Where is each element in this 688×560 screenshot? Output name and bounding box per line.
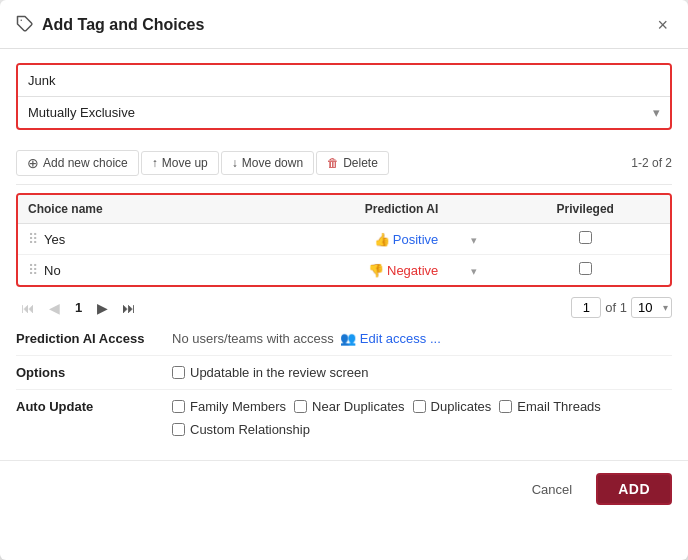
prediction-access-label: Prediction AI Access xyxy=(16,331,156,346)
near-duplicates-checkbox[interactable] xyxy=(294,400,307,413)
family-members-label: Family Members xyxy=(190,399,286,414)
add-circle-icon: ⊕ xyxy=(27,155,39,171)
close-button[interactable]: × xyxy=(653,14,672,36)
duplicates-label: Duplicates xyxy=(431,399,492,414)
chevron-down-icon: ▾ xyxy=(471,234,477,246)
near-duplicates-item[interactable]: Near Duplicates xyxy=(294,399,405,414)
table-header-row: Choice name Prediction AI Privileged xyxy=(18,195,670,224)
custom-relationship-item[interactable]: Custom Relationship xyxy=(172,422,310,437)
near-duplicates-label: Near Duplicates xyxy=(312,399,405,414)
col-header-dropdown xyxy=(448,195,500,224)
col-header-privileged: Privileged xyxy=(500,195,670,224)
next-page-button[interactable]: ▶ xyxy=(92,298,113,318)
updatable-label: Updatable in the review screen xyxy=(190,365,369,380)
auto-update-items: Family Members Near Duplicates Duplicate… xyxy=(172,399,672,437)
choice-name-no: No xyxy=(44,263,61,278)
tag-type-select[interactable]: Mutually Exclusive Non-Exclusive Hierarc… xyxy=(18,97,670,128)
choices-table: Choice name Prediction AI Privileged ⠿ Y… xyxy=(18,195,670,285)
people-icon: 👥 xyxy=(340,331,356,346)
prediction-dropdown-no[interactable]: ▾ xyxy=(448,255,500,286)
dialog-header: Add Tag and Choices × xyxy=(0,0,688,49)
thumb-down-icon: 👎 xyxy=(368,263,384,278)
options-label: Options xyxy=(16,365,156,380)
first-page-button[interactable]: ⏮ xyxy=(16,298,40,318)
dialog-title: Add Tag and Choices xyxy=(42,16,653,34)
prediction-dropdown-yes[interactable]: ▾ xyxy=(448,224,500,255)
page-count: 1-2 of 2 xyxy=(631,156,672,170)
page-info: of 1 10 25 50 ▾ xyxy=(571,297,672,318)
add-new-choice-button[interactable]: ⊕ Add new choice xyxy=(16,150,139,176)
prev-page-button[interactable]: ◀ xyxy=(44,298,65,318)
move-down-icon: ↓ xyxy=(232,156,238,170)
email-threads-label: Email Threads xyxy=(517,399,601,414)
of-label: of 1 xyxy=(605,300,627,315)
email-threads-checkbox[interactable] xyxy=(499,400,512,413)
prediction-access-row: Prediction AI Access No users/teams with… xyxy=(16,322,672,356)
duplicates-checkbox[interactable] xyxy=(413,400,426,413)
prediction-cell-yes: 👍 Positive xyxy=(305,224,448,255)
privileged-cell-yes xyxy=(500,224,670,255)
table-row: ⠿ Yes 👍 Positive ▾ xyxy=(18,224,670,255)
choices-table-wrapper: Choice name Prediction AI Privileged ⠿ Y… xyxy=(16,193,672,287)
delete-icon: 🗑 xyxy=(327,156,339,170)
thumb-up-icon: 👍 xyxy=(374,232,390,247)
add-tag-dialog: Add Tag and Choices × Mutually Exclusive… xyxy=(0,0,688,560)
drag-handle-icon[interactable]: ⠿ xyxy=(28,231,38,247)
dialog-footer: Cancel ADD xyxy=(0,460,688,517)
privileged-checkbox-no[interactable] xyxy=(579,262,592,275)
drag-handle-icon[interactable]: ⠿ xyxy=(28,262,38,278)
edit-access-link[interactable]: 👥 Edit access ... xyxy=(340,331,441,346)
auto-update-row: Auto Update Family Members Near Duplicat… xyxy=(16,390,672,446)
options-content: Updatable in the review screen xyxy=(172,365,369,380)
options-row: Options Updatable in the review screen xyxy=(16,356,672,390)
current-page: 1 xyxy=(69,298,88,317)
per-page-select[interactable]: 10 25 50 xyxy=(631,297,672,318)
prediction-access-content: No users/teams with access 👥 Edit access… xyxy=(172,331,441,346)
tag-type-wrapper: Mutually Exclusive Non-Exclusive Hierarc… xyxy=(18,97,670,128)
family-members-item[interactable]: Family Members xyxy=(172,399,286,414)
custom-relationship-checkbox[interactable] xyxy=(172,423,185,436)
privileged-checkbox-yes[interactable] xyxy=(579,231,592,244)
cancel-button[interactable]: Cancel xyxy=(518,476,586,503)
move-up-button[interactable]: ↑ Move up xyxy=(141,151,219,175)
email-threads-item[interactable]: Email Threads xyxy=(499,399,601,414)
family-members-checkbox[interactable] xyxy=(172,400,185,413)
auto-update-label: Auto Update xyxy=(16,399,156,414)
choice-name-cell: ⠿ No xyxy=(18,255,305,286)
per-page-wrapper: 10 25 50 ▾ xyxy=(631,297,672,318)
move-up-icon: ↑ xyxy=(152,156,158,170)
move-down-button[interactable]: ↓ Move down xyxy=(221,151,314,175)
page-jump-input[interactable] xyxy=(571,297,601,318)
last-page-button[interactable]: ⏭ xyxy=(117,298,141,318)
chevron-down-icon: ▾ xyxy=(471,265,477,277)
tag-icon xyxy=(16,15,34,36)
choice-name-cell: ⠿ Yes xyxy=(18,224,305,255)
choices-toolbar: ⊕ Add new choice ↑ Move up ↓ Move down 🗑… xyxy=(16,144,672,185)
privileged-cell-no xyxy=(500,255,670,286)
prediction-cell-no: 👎 Negative xyxy=(305,255,448,286)
add-button[interactable]: ADD xyxy=(596,473,672,505)
custom-relationship-label: Custom Relationship xyxy=(190,422,310,437)
dialog-body: Mutually Exclusive Non-Exclusive Hierarc… xyxy=(0,49,688,460)
pagination-row: ⏮ ◀ 1 ▶ ⏭ of 1 10 25 50 ▾ xyxy=(16,287,672,322)
col-header-choice-name: Choice name xyxy=(18,195,305,224)
col-header-prediction-ai: Prediction AI xyxy=(305,195,448,224)
delete-button[interactable]: 🗑 Delete xyxy=(316,151,389,175)
no-access-text: No users/teams with access xyxy=(172,331,334,346)
updatable-checkbox-item[interactable]: Updatable in the review screen xyxy=(172,365,369,380)
choice-name-yes: Yes xyxy=(44,232,65,247)
table-row: ⠿ No 👎 Negative ▾ xyxy=(18,255,670,286)
prediction-label-no: Negative xyxy=(387,263,438,278)
input-section: Mutually Exclusive Non-Exclusive Hierarc… xyxy=(16,63,672,130)
prediction-label-yes: Positive xyxy=(393,232,439,247)
tag-name-input[interactable] xyxy=(18,65,670,97)
updatable-checkbox[interactable] xyxy=(172,366,185,379)
duplicates-item[interactable]: Duplicates xyxy=(413,399,492,414)
